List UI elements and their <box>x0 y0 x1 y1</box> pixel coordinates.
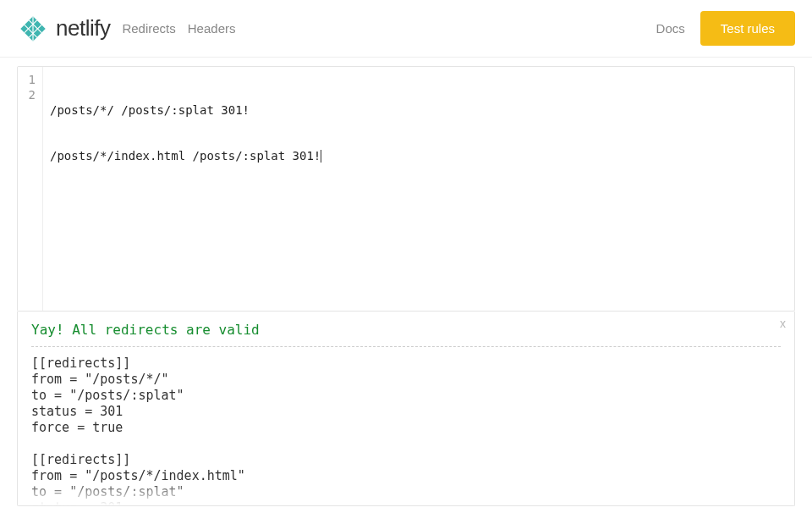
main-area: 1 2 /posts/*/ /posts/:splat 301! /posts/… <box>0 58 812 506</box>
line-number: 2 <box>25 87 36 102</box>
tab-headers[interactable]: Headers <box>188 21 236 36</box>
rules-editor[interactable]: 1 2 /posts/*/ /posts/:splat 301! /posts/… <box>17 66 795 312</box>
code-line: /posts/*/index.html /posts/:splat 301! <box>50 148 787 163</box>
netlify-icon <box>17 13 49 45</box>
code-line: /posts/*/ /posts/:splat 301! <box>50 102 787 118</box>
result-panel: x Yay! All redirects are valid [[redirec… <box>17 312 795 506</box>
close-icon[interactable]: x <box>780 317 786 330</box>
editor-gutter: 1 2 <box>18 67 43 311</box>
test-rules-button[interactable]: Test rules <box>700 11 795 46</box>
result-body: [[redirects]] from = "/posts/*/" to = "/… <box>31 356 781 506</box>
result-title: Yay! All redirects are valid <box>31 322 781 338</box>
result-divider <box>31 346 781 347</box>
header: netlify Redirects Headers Docs Test rule… <box>0 0 812 58</box>
header-tabs: Redirects Headers <box>122 21 235 36</box>
docs-link[interactable]: Docs <box>656 21 685 36</box>
line-number: 1 <box>25 72 36 87</box>
tab-redirects[interactable]: Redirects <box>122 21 175 36</box>
brand-name: netlify <box>56 15 110 41</box>
text-cursor <box>321 150 321 163</box>
brand-logo[interactable]: netlify <box>17 13 110 45</box>
editor-content[interactable]: /posts/*/ /posts/:splat 301! /posts/*/in… <box>43 67 794 311</box>
